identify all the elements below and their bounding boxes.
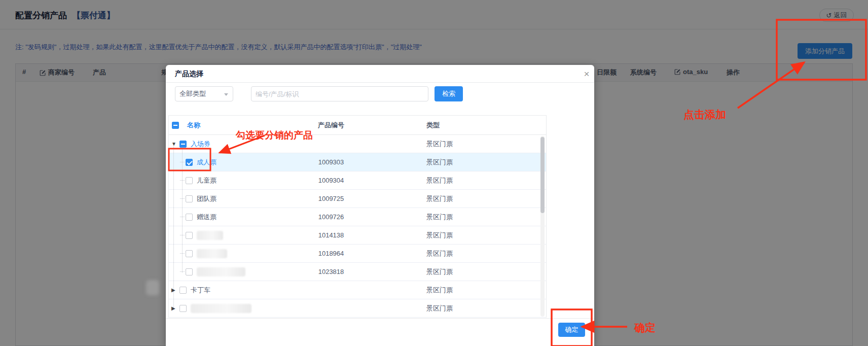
row-checkbox[interactable] [186,177,193,184]
product-name: 儿童票 [197,176,216,185]
censor-patch [146,280,159,295]
product-row[interactable]: 1018964景区门票 [169,245,546,263]
product-number: 1018964 [291,250,372,257]
censored-name [197,249,227,258]
modal-title: 产品选择 [175,70,203,79]
annotation-text-check-product: 勾选要分销的产品 [236,129,313,142]
row-checkbox[interactable] [186,250,193,257]
row-checkbox[interactable] [179,141,187,148]
chevron-down-icon [224,93,228,96]
expander-closed-icon[interactable]: ▶ [171,287,177,293]
row-name-cell [169,231,291,240]
product-row[interactable]: ▼入场券景区门票 [169,135,546,153]
row-name-cell: ▶ [169,304,291,313]
tree-connector [180,271,185,272]
product-name: 团队票 [197,194,216,203]
row-checkbox[interactable] [186,195,193,202]
product-number: 1009304 [291,177,372,184]
header-name-cell: 名称 [169,121,291,130]
tree-connector [180,198,185,199]
product-row[interactable]: ▶景区门票 [169,299,546,318]
row-name-cell: 儿童票 [169,176,291,185]
tree-connector [180,217,185,217]
product-type: 景区门票 [372,267,546,276]
product-row[interactable]: 团队票1009725景区门票 [169,190,546,208]
product-row[interactable]: 赠送票1009726景区门票 [169,208,546,226]
search-input[interactable] [251,86,428,101]
tree-connector [180,162,185,162]
close-icon[interactable]: × [581,68,593,80]
product-name: 赠送票 [197,213,216,222]
product-type: 景区门票 [372,176,546,185]
product-number: 1009725 [291,195,372,202]
row-checkbox[interactable] [179,287,187,294]
tree-connector [180,180,185,181]
tree-connector [180,235,185,235]
modal-table-header: 名称 产品编号 类型 [169,116,546,135]
row-checkbox[interactable] [186,214,193,221]
product-number: 1009726 [291,213,372,221]
product-type: 景区门票 [372,140,546,149]
row-checkbox[interactable] [179,305,187,312]
header-type-label: 类型 [372,121,546,130]
tree-guide-line [173,144,174,309]
product-type: 景区门票 [372,249,546,258]
product-number: 1023818 [291,268,372,275]
select-all-checkbox[interactable] [172,122,179,129]
product-number: 1009303 [291,158,372,166]
row-name-cell: 团队票 [169,194,291,203]
censored-name [197,267,245,276]
product-row[interactable]: 1023818景区门票 [169,263,546,281]
row-checkbox[interactable] [186,232,193,239]
censored-name [197,231,223,240]
modal-footer-divider [166,318,594,319]
modal-table-body: ▼入场券景区门票成人票1009303景区门票儿童票1009304景区门票团队票1… [169,135,546,318]
annotation-text-click-add: 点击添加 [683,108,726,122]
row-checkbox[interactable] [186,159,193,166]
search-button[interactable]: 检索 [435,86,463,101]
product-row[interactable]: 1014138景区门票 [169,226,546,245]
modal-header: 产品选择 × [166,65,594,83]
header-number-label: 产品编号 [291,121,372,130]
row-checkbox[interactable] [186,268,193,275]
product-type: 景区门票 [372,231,546,240]
tree-connector [180,253,185,254]
row-name-cell: 赠送票 [169,213,291,222]
confirm-button[interactable]: 确定 [558,323,585,337]
product-type: 景区门票 [372,158,546,167]
row-name-cell [169,249,291,258]
row-name-cell: ▶卡丁车 [169,286,291,295]
product-type: 景区门票 [372,304,546,313]
product-type: 景区门票 [372,194,546,203]
product-name: 成人票 [197,158,216,167]
product-row[interactable]: ▶卡丁车景区门票 [169,281,546,299]
product-number: 1014138 [291,231,372,239]
product-row[interactable]: 儿童票1009304景区门票 [169,171,546,190]
type-filter-select[interactable]: 全部类型 [175,86,233,101]
row-name-cell [169,267,291,276]
header-name-label: 名称 [187,121,200,130]
scrollbar-thumb[interactable] [540,137,545,213]
annotation-text-confirm: 确定 [634,321,656,335]
product-name: 卡丁车 [191,286,210,295]
product-name: 入场券 [191,140,210,149]
product-row[interactable]: 成人票1009303景区门票 [169,153,546,171]
product-type: 景区门票 [372,286,546,295]
table-scrollbar[interactable] [540,136,545,317]
type-filter-value: 全部类型 [179,90,206,97]
expander-open-icon[interactable]: ▼ [171,141,177,147]
product-tree-table: 名称 产品编号 类型 ▼入场券景区门票成人票1009303景区门票儿童票1009… [168,115,547,318]
product-select-modal: 产品选择 × 全部类型 检索 名称 产品编号 类型 ▼入场券景区门票成人票100… [166,65,594,346]
censored-name [191,304,251,313]
product-type: 景区门票 [372,213,546,222]
row-name-cell: 成人票 [169,158,291,167]
expander-closed-icon[interactable]: ▶ [171,305,177,311]
